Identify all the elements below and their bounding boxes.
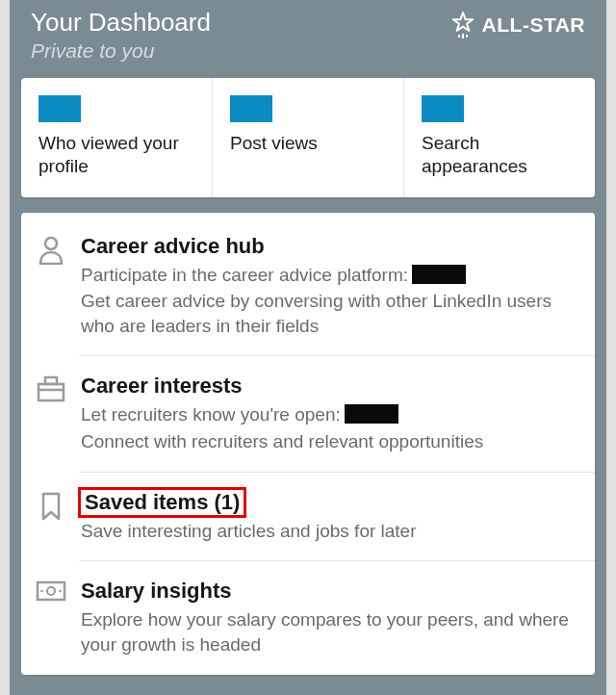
item-title: Career interests [81, 373, 243, 399]
item-title: Career advice hub [81, 234, 265, 259]
item-career-advice-hub[interactable]: Career advice hub Participate in the car… [21, 217, 595, 356]
money-icon [35, 579, 67, 656]
svg-point-9 [40, 590, 43, 593]
item-description: Connect with recruiters and relevant opp… [81, 429, 578, 454]
stat-label: Who viewed your profile [38, 132, 194, 178]
stats-card: Who viewed your profile Post views Searc… [21, 78, 595, 197]
stat-value-redacted [422, 95, 464, 122]
svg-point-3 [45, 238, 57, 249]
item-saved-items[interactable]: Saved items (1) Save interesting article… [21, 473, 595, 561]
item-subtitle: Save interesting articles and jobs for l… [81, 519, 578, 544]
dashboard-subtitle: Private to you [31, 39, 211, 63]
item-title: Salary insights [81, 579, 232, 604]
svg-rect-4 [38, 384, 64, 400]
svg-point-10 [59, 590, 62, 593]
badge-label: ALL-STAR [482, 13, 585, 37]
redacted-value [412, 265, 466, 284]
briefcase-icon [35, 373, 67, 453]
item-career-interests[interactable]: Career interests Let recruiters know you… [21, 356, 595, 471]
svg-point-8 [47, 587, 55, 595]
stat-search-appearances[interactable]: Search appearances [404, 78, 595, 197]
item-salary-insights[interactable]: Salary insights Explore how your salary … [21, 561, 595, 674]
item-subtitle: Explore how your salary compares to your… [81, 607, 578, 656]
stat-label: Post views [230, 132, 386, 155]
bookmark-icon [35, 490, 67, 544]
dashboard-items-card: Career advice hub Participate in the car… [21, 213, 595, 675]
stat-label: Search appearances [422, 132, 578, 178]
redacted-value [345, 404, 398, 424]
person-icon [35, 234, 67, 339]
stat-value-redacted [38, 95, 81, 122]
svg-rect-5 [45, 377, 57, 384]
dashboard-title: Your Dashboard [31, 8, 211, 38]
item-title: Saved items (1) [81, 490, 244, 515]
star-icon [451, 12, 475, 39]
stat-profile-views[interactable]: Who viewed your profile [21, 78, 213, 197]
item-description: Get career advice by conversing with oth… [81, 289, 578, 338]
dashboard-panel: Your Dashboard Private to you ALL-STAR [10, 0, 606, 695]
item-subtitle: Let recruiters know you're open: [81, 402, 578, 427]
item-subtitle: Participate in the career advice platfor… [81, 263, 578, 288]
dashboard-header: Your Dashboard Private to you ALL-STAR [10, 0, 606, 78]
stat-value-redacted [230, 95, 272, 122]
profile-strength-badge[interactable]: ALL-STAR [451, 12, 585, 39]
stat-post-views[interactable]: Post views [213, 78, 404, 197]
